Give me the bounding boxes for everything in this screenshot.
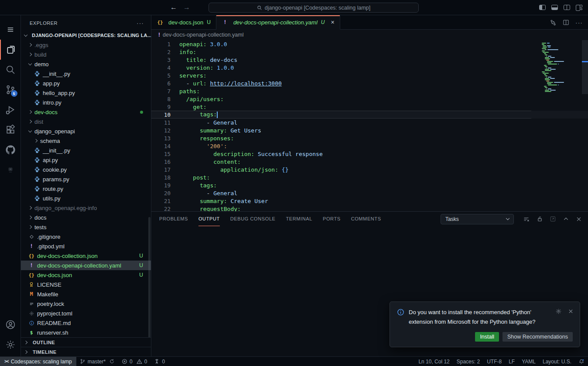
keyboard-layout-status[interactable]: Layout: U.S. — [539, 357, 575, 366]
file-tree-item[interactable]: tests — [21, 222, 151, 232]
install-button[interactable]: Install — [475, 332, 499, 342]
code-line[interactable]: 4 version: 1.0.0 — [151, 64, 588, 71]
file-tree-item[interactable]: params.py — [21, 174, 151, 184]
clear-output-icon[interactable] — [523, 216, 530, 223]
file-tree-item[interactable]: django_openapi.egg-info — [21, 203, 151, 213]
open-output-in-editor-icon[interactable] — [550, 216, 556, 222]
tab-dev-docs-openapi-collection-yaml[interactable]: ! dev-docs-openapi-collection.yaml U × — [216, 15, 340, 30]
devdocs-extension-icon[interactable] — [0, 160, 21, 180]
close-tab-icon[interactable]: × — [331, 19, 335, 26]
editor-more-actions-icon[interactable]: ··· — [575, 19, 583, 26]
code-line[interactable]: 3 title: dev-docs — [151, 56, 588, 64]
code-line[interactable]: 14 '200': — [151, 142, 588, 150]
file-tree-item[interactable]: intro.py — [21, 98, 151, 107]
language-mode-status[interactable]: YAML — [518, 357, 539, 366]
explorer-icon[interactable] — [0, 40, 21, 60]
tab-dev-docs-json[interactable]: {} dev-docs.json U — [151, 15, 216, 29]
maximize-panel-icon[interactable] — [563, 216, 569, 222]
timeline-section[interactable]: TIMELINE — [21, 347, 151, 356]
settings-gear-icon[interactable] — [0, 335, 21, 355]
output-channel-select[interactable]: Tasks — [441, 214, 514, 224]
code-line[interactable]: 15 description: Successful response — [151, 150, 588, 158]
file-tree-item[interactable]: api.py — [21, 155, 151, 165]
code-line[interactable]: 17 application/json: {} — [151, 166, 588, 173]
file-tree-item[interactable]: utils.py — [21, 193, 151, 203]
code-line[interactable]: 1openapi: 3.0.0 — [151, 40, 588, 48]
run-debug-icon[interactable] — [0, 100, 21, 120]
minimap[interactable] — [542, 43, 582, 92]
file-tree-item[interactable]: MMakefile — [21, 289, 151, 299]
code-line[interactable]: 16 content: — [151, 158, 588, 166]
forwarded-ports-status[interactable]: 0 — [150, 357, 168, 366]
code-line[interactable]: 9 get: — [151, 103, 588, 111]
code-line[interactable]: 12 summary: Get Users — [151, 126, 588, 134]
code-line[interactable]: 7paths: — [151, 87, 588, 95]
file-tree-item[interactable]: schema — [21, 136, 151, 146]
encoding-status[interactable]: UTF-8 — [483, 357, 505, 366]
notification-settings-gear-icon[interactable] — [555, 308, 562, 315]
file-tree-item[interactable]: __init__.py — [21, 146, 151, 155]
accounts-icon[interactable] — [0, 315, 21, 335]
file-tree-item[interactable]: {}dev-docs-collection.jsonU — [21, 251, 151, 261]
file-tree-item[interactable]: .gitignore — [21, 232, 151, 241]
menu-icon[interactable] — [0, 20, 21, 40]
problems-status[interactable]: 0 0 — [118, 357, 150, 366]
toggle-panel-icon[interactable] — [551, 5, 558, 10]
breadcrumb[interactable]: ! dev-docs-openapi-collection.yaml — [151, 30, 588, 40]
code-line[interactable]: 8 /api/users: — [151, 95, 588, 103]
file-tree-item[interactable]: dev-docs — [21, 107, 151, 117]
code-line[interactable]: 11 - General — [151, 119, 588, 126]
toggle-sidebar-icon[interactable] — [539, 5, 546, 10]
code-line[interactable]: 20 - General — [151, 189, 588, 197]
show-recommendations-button[interactable]: Show Recommendations — [503, 332, 573, 342]
editor-scrollbar[interactable] — [582, 40, 588, 94]
file-tree-item[interactable]: poetry.lock — [21, 299, 151, 308]
file-tree-item[interactable]: README.md — [21, 318, 151, 328]
code-line[interactable]: 2info: — [151, 48, 588, 56]
indentation-status[interactable]: Spaces: 2 — [453, 357, 483, 366]
command-center-search[interactable]: django-openapi [Codespaces: scaling lamp… — [209, 3, 419, 13]
nav-back-icon[interactable]: ← — [170, 3, 177, 11]
outline-section[interactable]: OUTLINE — [21, 337, 151, 347]
search-sidebar-icon[interactable] — [0, 60, 21, 80]
extensions-icon[interactable] — [0, 120, 21, 140]
split-editor-icon[interactable] — [563, 19, 569, 26]
github-icon[interactable] — [0, 140, 21, 160]
code-line[interactable]: 21 summary: Create User — [151, 197, 588, 205]
file-tree-item[interactable]: pyproject.toml — [21, 308, 151, 318]
file-tree-item[interactable]: $runserver.sh — [21, 328, 151, 337]
open-changes-icon[interactable] — [550, 19, 557, 26]
panel-tab-comments[interactable]: COMMENTS — [351, 212, 381, 226]
file-tree-item[interactable]: __init__.py — [21, 69, 151, 78]
close-panel-icon[interactable] — [576, 216, 582, 222]
panel-tab-output[interactable]: OUTPUT — [198, 212, 220, 226]
remote-indicator[interactable]: >< Codespaces: scaling lamp — [0, 357, 76, 366]
code-editor[interactable]: 1openapi: 3.0.02info:3 title: dev-docs4 … — [151, 40, 588, 211]
panel-tab-debug-console[interactable]: DEBUG CONSOLE — [230, 212, 276, 226]
code-line[interactable]: 13 responses: — [151, 134, 588, 142]
code-line[interactable]: 22 requestBody: — [151, 205, 588, 211]
file-tree-item[interactable]: docs — [21, 213, 151, 222]
file-tree-item[interactable]: !dev-docs-openapi-collection.yamlU — [21, 261, 151, 270]
file-tree-item[interactable]: build — [21, 50, 151, 59]
notifications-bell-icon[interactable] — [575, 357, 588, 366]
file-tree-item[interactable]: {}dev-docs.jsonU — [21, 270, 151, 280]
notification-close-icon[interactable] — [568, 308, 574, 314]
eol-status[interactable]: LF — [505, 357, 518, 366]
file-tree-item[interactable]: route.py — [21, 184, 151, 193]
file-tree-item[interactable]: LICENSE — [21, 280, 151, 289]
file-tree-item[interactable]: cookie.py — [21, 165, 151, 174]
file-tree-item[interactable]: !.gitpod.yml — [21, 241, 151, 251]
code-line[interactable]: 19 tags: — [151, 181, 588, 189]
lock-autoscroll-icon[interactable] — [537, 216, 543, 222]
customize-layout-icon[interactable] — [576, 5, 583, 10]
panel-tab-problems[interactable]: PROBLEMS — [159, 212, 188, 226]
file-tree-item[interactable]: demo — [21, 59, 151, 69]
explorer-more-actions-icon[interactable]: ··· — [137, 20, 144, 27]
panel-tab-ports[interactable]: PORTS — [323, 212, 341, 226]
cursor-position-status[interactable]: Ln 10, Col 12 — [415, 357, 453, 366]
code-line[interactable]: 18 post: — [151, 173, 588, 181]
code-line[interactable]: 5servers: — [151, 71, 588, 79]
split-editor-layout-icon[interactable] — [564, 5, 570, 10]
code-line[interactable]: 6 - url: http://localhost:3000 — [151, 79, 588, 87]
